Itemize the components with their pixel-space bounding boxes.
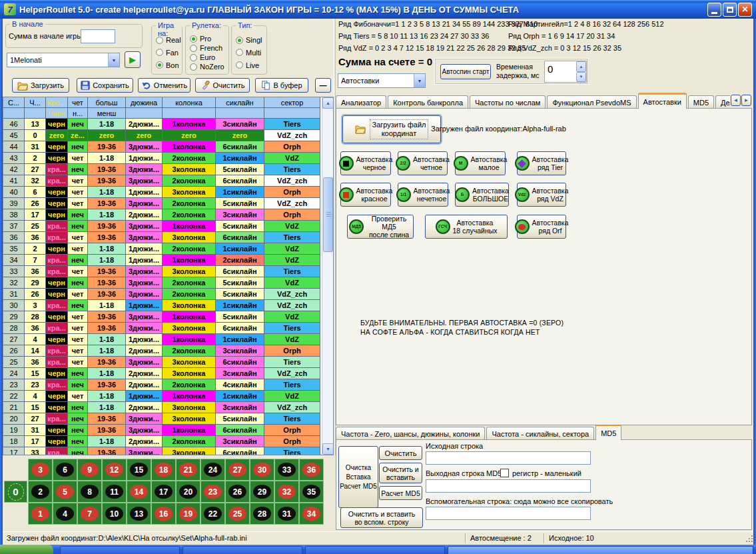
start-button-fragment[interactable] [0, 545, 53, 554]
source-string-input[interactable] [426, 451, 591, 465]
autobet-odd-button[interactable]: 1/1Автоставканечетное [398, 183, 448, 207]
taskbar-item[interactable] [60, 546, 180, 554]
radio-option-pro[interactable]: Pro [190, 34, 227, 43]
copy-to-clipboard-button[interactable]: В буфер [255, 78, 308, 93]
main-tab-6[interactable]: MD5 [688, 95, 714, 109]
board-cell-16[interactable]: 16 [151, 503, 176, 525]
md5-clear-and-paste-button[interactable]: Очистить и вставить [379, 463, 422, 483]
taskbar-item-active[interactable] [448, 546, 753, 554]
scrollbar-thumb[interactable] [323, 177, 333, 252]
board-cell-27[interactable]: 27 [225, 459, 250, 481]
board-cell-18[interactable]: 18 [151, 459, 176, 481]
register-lowercase-checkbox[interactable] [500, 469, 509, 477]
check-md5-after-spin-button[interactable]: МД5Проверить МД5после спина [347, 215, 414, 239]
scroll-up-button[interactable]: ▲ [322, 97, 334, 109]
minimize-button[interactable] [707, 3, 721, 17]
autobet-tier-row-button[interactable]: Автоставкаряд Tier [517, 151, 566, 175]
board-cell-2[interactable]: 2 [28, 481, 53, 503]
board-cell-zero[interactable]: 0 [4, 481, 27, 503]
board-cell-34[interactable]: 34 [299, 503, 324, 525]
main-tab-3[interactable]: Частоты по числам [470, 95, 546, 109]
undo-button[interactable]: Отменить [138, 78, 190, 93]
md5-clear-button[interactable]: Очистить [379, 446, 422, 460]
autobet-black-button[interactable]: Автоставкачерное [340, 151, 391, 175]
autobet-18-random-button[interactable]: ГСЧАвтоставка18 случайных [425, 215, 508, 239]
board-cell-33[interactable]: 33 [274, 459, 299, 481]
board-cell-28[interactable]: 28 [250, 503, 274, 525]
board-cell-26[interactable]: 26 [225, 481, 250, 503]
board-cell-7[interactable]: 7 [77, 503, 102, 525]
board-cell-5[interactable]: 5 [53, 481, 77, 503]
radio-option-multi[interactable]: Multi [236, 47, 265, 59]
board-cell-35[interactable]: 35 [299, 481, 324, 503]
board-cell-25[interactable]: 25 [225, 503, 250, 525]
board-cell-31[interactable]: 31 [274, 503, 299, 525]
profile-dropdown[interactable]: 1Melonati ▼ [7, 53, 120, 67]
freq-tab-2[interactable]: Частота - сиклайны, сектора [486, 427, 594, 440]
md5-clear-paste-calc-button[interactable]: Очистка Вставка Расчет MD5 [338, 446, 378, 508]
load-game-button[interactable]: Загрузить [12, 78, 69, 93]
radio-option-live[interactable]: Live [236, 59, 265, 71]
board-cell-6[interactable]: 6 [53, 459, 77, 481]
taskbar-item[interactable] [305, 546, 445, 554]
board-cell-17[interactable]: 17 [151, 481, 176, 503]
board-cell-13[interactable]: 13 [127, 503, 151, 525]
board-cell-11[interactable]: 11 [102, 481, 127, 503]
md5-clear-paste-aux-button[interactable]: Очистить и вставить во вспом. строку [340, 507, 423, 528]
radio-option-bon[interactable]: Bon [156, 59, 181, 71]
collapse-button[interactable]: — [315, 78, 331, 93]
tabs-scroll-left-button[interactable]: ◄ [731, 95, 741, 106]
play-button[interactable]: ▶ [125, 51, 141, 68]
board-cell-12[interactable]: 12 [102, 459, 127, 481]
main-tab-1[interactable]: Анализатор [336, 95, 386, 109]
maximize-button[interactable] [723, 3, 737, 17]
radio-option-singl[interactable]: Singl [236, 34, 265, 46]
output-string-input[interactable] [426, 479, 591, 493]
board-cell-10[interactable]: 10 [102, 503, 127, 525]
board-cell-30[interactable]: 30 [250, 459, 274, 481]
md5-calc-button[interactable]: Расчет MD5 [379, 486, 422, 500]
spin-down-button[interactable]: ▼ [576, 72, 586, 83]
radio-option-real[interactable]: Real [156, 34, 181, 46]
board-cell-9[interactable]: 9 [77, 459, 102, 481]
autobet-vdz-row-button[interactable]: VdzАвтоставкаряд VdZ [517, 183, 566, 207]
board-cell-29[interactable]: 29 [250, 481, 274, 503]
resize-grip[interactable] [745, 535, 753, 543]
autobet-red-button[interactable]: Автоставкакрасное [340, 183, 391, 207]
main-tab-5[interactable]: Автоставки [638, 93, 687, 109]
freq-tab-1[interactable]: Частота - Zero, шансы, дюжины, колонки [336, 427, 485, 440]
close-button[interactable]: ✕ [738, 3, 752, 17]
table-scrollbar[interactable]: ▲ ▼ [322, 97, 333, 455]
autobet-small-button[interactable]: MАвтоставкамалое [455, 151, 506, 175]
delay-value[interactable]: 0 [545, 61, 576, 82]
autobet-big-button[interactable]: БАвтоставкаБОЛЬШОЕ [455, 183, 509, 207]
taskbar-item[interactable] [183, 546, 302, 554]
board-cell-22[interactable]: 22 [200, 503, 225, 525]
radio-option-nozero[interactable]: NoZero [190, 62, 227, 71]
autospin-start-button[interactable]: Автоспин старт [440, 64, 491, 79]
board-cell-19[interactable]: 19 [176, 503, 200, 525]
load-coordinates-file-button[interactable]: Загрузить файлкоординат [342, 115, 441, 143]
clear-button[interactable]: Очистить [195, 78, 250, 93]
radio-option-euro[interactable]: Euro [190, 53, 227, 62]
main-tab-2[interactable]: Контроль банкролла [388, 95, 468, 109]
board-cell-4[interactable]: 4 [53, 503, 77, 525]
autobet-even-button[interactable]: 2/2Автоставкачетное [398, 151, 448, 175]
board-cell-1[interactable]: 1 [28, 503, 53, 525]
spin-up-button[interactable]: ▲ [576, 61, 586, 72]
board-cell-20[interactable]: 20 [176, 481, 200, 503]
board-cell-23[interactable]: 23 [200, 481, 225, 503]
board-cell-36[interactable]: 36 [299, 459, 324, 481]
scroll-down-button[interactable]: ▼ [322, 443, 334, 455]
autobet-orf-row-button[interactable]: Автоставкаряд Orf [517, 215, 566, 239]
board-cell-3[interactable]: 3 [28, 459, 53, 481]
tabs-scroll-right-button[interactable]: ► [741, 95, 751, 106]
board-cell-24[interactable]: 24 [200, 459, 225, 481]
aux-string-input[interactable] [426, 507, 591, 520]
start-sum-input[interactable] [81, 29, 115, 43]
radio-option-fan[interactable]: Fan [156, 47, 181, 59]
board-cell-21[interactable]: 21 [176, 459, 200, 481]
save-button[interactable]: Сохранить [77, 78, 133, 93]
radio-option-french[interactable]: French [190, 43, 227, 53]
board-cell-32[interactable]: 32 [274, 481, 299, 503]
